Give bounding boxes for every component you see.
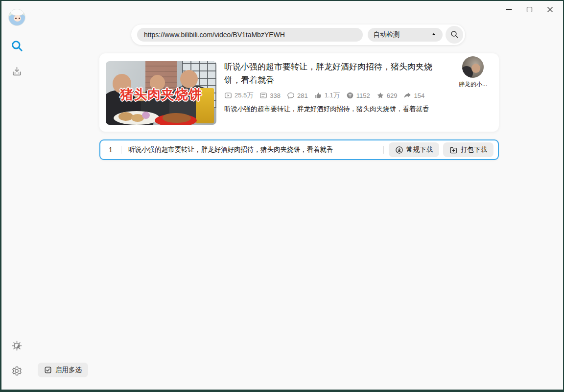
folder-plus-icon xyxy=(449,146,458,154)
window-controls xyxy=(498,3,560,16)
sidebar-search-tab[interactable] xyxy=(10,40,24,53)
package-download-button[interactable]: 打包下载 xyxy=(443,142,494,157)
detect-mode-label: 自动检测 xyxy=(374,30,431,39)
thumb-food xyxy=(163,113,191,123)
sidebar xyxy=(1,1,32,390)
search-icon xyxy=(10,39,24,54)
row-index: 1 xyxy=(100,146,121,154)
play-count-icon xyxy=(224,92,232,99)
video-card[interactable]: 猪头肉夹烧饼 听说小强的超市要转让，胖龙好酒好肉招待，猪头肉夹烧饼，看着就香 2… xyxy=(99,53,499,132)
row-actions: 常规下载 打包下载 xyxy=(389,142,494,157)
multiselect-label: 启用多选 xyxy=(55,366,82,374)
stat-value: 629 xyxy=(387,92,398,99)
stat-value: 281 xyxy=(297,92,308,99)
maximize-icon xyxy=(526,6,533,13)
divider xyxy=(383,146,384,154)
app-window: 自动检测 xyxy=(0,0,564,392)
sun-moon-icon xyxy=(11,340,23,354)
stat-share-count: 154 xyxy=(403,92,424,99)
package-download-label: 打包下载 xyxy=(461,145,487,154)
minimize-icon xyxy=(505,6,513,13)
maximize-button[interactable] xyxy=(519,3,540,16)
search-button[interactable] xyxy=(446,26,463,44)
thumb-food xyxy=(142,112,150,119)
video-thumbnail[interactable]: 猪头肉夹烧饼 xyxy=(106,61,216,125)
stat-value: 154 xyxy=(414,92,424,99)
circle-download-icon xyxy=(395,146,403,154)
enable-multiselect-button[interactable]: 启用多选 xyxy=(38,363,88,377)
download-tray-icon xyxy=(11,65,23,79)
video-stats: 25.5万 338 281 1.1万 1152 xyxy=(224,91,448,100)
stat-comment-count: 281 xyxy=(287,92,308,99)
stat-coin-count: 1152 xyxy=(346,92,370,99)
stat-danmaku-count: 338 xyxy=(259,92,281,99)
download-row[interactable]: 1 听说小强的超市要转让，胖龙好酒好肉招待，猪头肉夹烧饼，看着就香 常规下载 打… xyxy=(99,139,499,160)
triangle-up-icon xyxy=(431,31,437,39)
minimize-button[interactable] xyxy=(498,3,519,16)
magnifier-icon xyxy=(450,30,459,40)
gear-icon xyxy=(11,365,23,379)
url-search-bar: 自动检测 xyxy=(131,24,465,45)
video-description: 听说小强的超市要转让，胖龙好酒好肉招待，猪头肉夹烧饼，看着就香 xyxy=(224,105,448,114)
avatar-eye xyxy=(19,18,20,19)
stat-value: 1.1万 xyxy=(325,91,340,100)
coin-icon xyxy=(346,92,354,99)
stat-value: 1152 xyxy=(356,92,370,99)
close-icon xyxy=(546,6,554,13)
stat-value: 25.5万 xyxy=(235,91,253,100)
thumbnail-overlay-text: 猪头肉夹烧饼 xyxy=(106,86,216,103)
uploader-name: 胖龙的小... xyxy=(459,80,487,89)
sidebar-downloads-tab[interactable] xyxy=(10,65,24,79)
theme-toggle-button[interactable] xyxy=(10,340,24,353)
settings-button[interactable] xyxy=(10,365,24,379)
uploader-avatar-face xyxy=(471,64,480,73)
favorite-icon xyxy=(376,92,384,99)
uploader-avatar[interactable] xyxy=(462,56,484,78)
regular-download-label: 常规下载 xyxy=(406,145,433,154)
regular-download-button[interactable]: 常规下载 xyxy=(389,142,439,157)
uploader[interactable]: 胖龙的小... xyxy=(454,56,492,89)
stat-value: 338 xyxy=(270,92,281,99)
share-icon xyxy=(403,92,411,99)
detect-mode-dropdown[interactable]: 自动检测 xyxy=(368,28,443,42)
row-title: 听说小强的超市要转让，胖龙好酒好肉招待，猪头肉夹烧饼，看着就香 xyxy=(128,145,383,154)
close-button[interactable] xyxy=(540,3,560,16)
stat-play-count: 25.5万 xyxy=(224,91,253,100)
danmaku-icon xyxy=(259,92,267,99)
video-info: 听说小强的超市要转让，胖龙好酒好肉招待，猪头肉夹烧饼，看着就香 25.5万 33… xyxy=(224,60,448,114)
stat-favorite-count: 629 xyxy=(376,92,398,99)
video-title: 听说小强的超市要转让，胖龙好酒好肉招待，猪头肉夹烧饼，看着就香 xyxy=(224,60,448,87)
stat-like-count: 1.1万 xyxy=(314,91,340,100)
checkbox-icon xyxy=(44,366,52,374)
avatar-eye xyxy=(15,18,17,19)
divider xyxy=(121,146,121,154)
comment-icon xyxy=(287,92,295,99)
url-input[interactable] xyxy=(137,28,363,42)
like-icon xyxy=(314,92,322,99)
app-logo-avatar[interactable] xyxy=(8,9,25,26)
